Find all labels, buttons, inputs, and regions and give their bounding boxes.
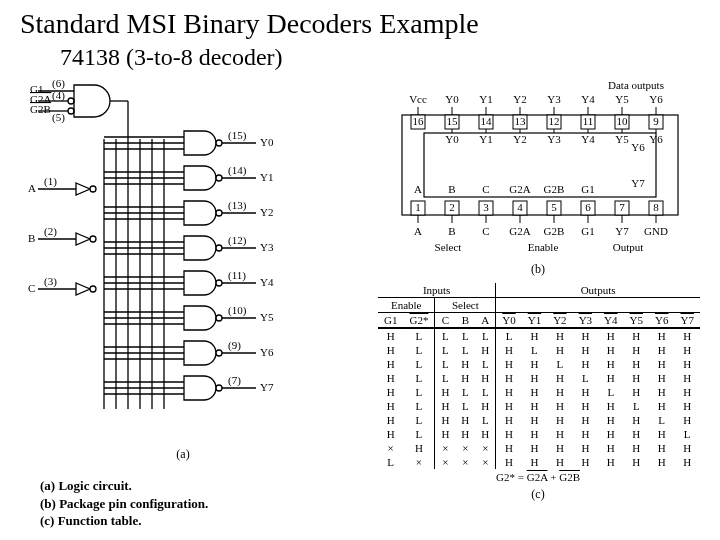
- page-title: Standard MSI Binary Decoders Example: [0, 0, 720, 42]
- svg-text:(9): (9): [228, 339, 241, 352]
- svg-text:A: A: [414, 225, 422, 237]
- panel-function-table: Inputs Outputs Enable Select G1G2*CBAY0Y…: [378, 279, 698, 489]
- caption-c: (c) Function table.: [40, 512, 208, 530]
- svg-text:11: 11: [583, 115, 594, 127]
- figure-stage: G1 G2A G2B (6) (4) (5) A: [0, 79, 720, 499]
- svg-text:Y1: Y1: [260, 171, 273, 183]
- svg-point-8: [90, 186, 96, 192]
- svg-point-32: [216, 210, 222, 216]
- svg-text:Y5: Y5: [260, 311, 274, 323]
- svg-text:Y2: Y2: [513, 133, 526, 145]
- svg-text:Y4: Y4: [581, 93, 595, 105]
- svg-text:Y7: Y7: [615, 225, 629, 237]
- svg-point-37: [216, 245, 222, 251]
- svg-text:2: 2: [449, 201, 455, 213]
- svg-text:G2A: G2A: [509, 183, 530, 195]
- pin-2: (2): [44, 225, 57, 238]
- svg-point-12: [90, 286, 96, 292]
- svg-text:7: 7: [619, 201, 625, 213]
- svg-text:B: B: [448, 225, 455, 237]
- caption-a: (a) Logic circuit.: [40, 477, 208, 495]
- svg-text:Y1: Y1: [479, 133, 492, 145]
- pinout-svg: Data outputs Vcc16Y015Y0Y114Y1Y213Y2Y312…: [378, 79, 698, 254]
- svg-text:Y1: Y1: [479, 93, 492, 105]
- svg-text:(11): (11): [228, 269, 246, 282]
- svg-text:8: 8: [653, 201, 659, 213]
- pin-3: (3): [44, 275, 57, 288]
- svg-text:Y4: Y4: [581, 133, 595, 145]
- svg-text:Y2: Y2: [513, 93, 526, 105]
- pin-4: (4): [52, 89, 65, 102]
- svg-point-22: [216, 140, 222, 146]
- svg-text:G1: G1: [581, 225, 594, 237]
- svg-text:Y6: Y6: [649, 93, 663, 105]
- label-a: A: [28, 182, 36, 194]
- label-c: C: [28, 282, 35, 294]
- group-output: Output: [613, 241, 644, 253]
- svg-point-27: [216, 175, 222, 181]
- pin-1: (1): [44, 175, 57, 188]
- svg-text:C: C: [482, 183, 489, 195]
- svg-text:Y5: Y5: [615, 93, 629, 105]
- svg-point-2: [68, 98, 74, 104]
- svg-text:3: 3: [483, 201, 489, 213]
- panel-pin-config: Data outputs Vcc16Y015Y0Y114Y1Y213Y2Y312…: [378, 79, 698, 269]
- svg-text:15: 15: [447, 115, 459, 127]
- svg-text:Y3: Y3: [260, 241, 274, 253]
- svg-text:Y6: Y6: [631, 141, 645, 153]
- svg-text:Y6: Y6: [260, 346, 274, 358]
- svg-point-47: [216, 315, 222, 321]
- svg-text:(12): (12): [228, 234, 247, 247]
- panel-logic-circuit: G1 G2A G2B (6) (4) (5) A: [28, 79, 338, 459]
- pin-5: (5): [52, 111, 65, 124]
- svg-point-42: [216, 280, 222, 286]
- svg-text:A: A: [414, 183, 422, 195]
- svg-text:Y7: Y7: [260, 381, 274, 393]
- panel-a-label: (a): [28, 447, 338, 462]
- svg-text:G2B: G2B: [544, 225, 565, 237]
- svg-text:G2B: G2B: [544, 183, 565, 195]
- panel-c-label: (c): [378, 487, 698, 502]
- svg-text:G1: G1: [581, 183, 594, 195]
- svg-text:(7): (7): [228, 374, 241, 387]
- svg-text:B: B: [448, 183, 455, 195]
- svg-point-10: [90, 236, 96, 242]
- label-b: B: [28, 232, 35, 244]
- svg-text:9: 9: [653, 115, 659, 127]
- svg-text:(13): (13): [228, 199, 247, 212]
- svg-text:5: 5: [551, 201, 557, 213]
- data-outputs-header: Data outputs: [608, 79, 664, 91]
- svg-text:(10): (10): [228, 304, 247, 317]
- hdr-inputs: Inputs: [378, 283, 496, 298]
- svg-text:(14): (14): [228, 164, 247, 177]
- svg-text:Y5: Y5: [615, 133, 629, 145]
- svg-text:Y0: Y0: [445, 93, 459, 105]
- svg-text:Y4: Y4: [260, 276, 274, 288]
- svg-text:Y0: Y0: [445, 133, 459, 145]
- logic-circuit-svg: G1 G2A G2B (6) (4) (5) A: [28, 79, 338, 439]
- svg-text:12: 12: [549, 115, 560, 127]
- page-subtitle: 74138 (3-to-8 decoder): [0, 42, 720, 79]
- svg-text:Y2: Y2: [260, 206, 273, 218]
- function-table: Inputs Outputs Enable Select G1G2*CBAY0Y…: [378, 283, 700, 469]
- svg-point-57: [216, 385, 222, 391]
- svg-text:GND: GND: [644, 225, 668, 237]
- svg-text:Y3: Y3: [547, 133, 561, 145]
- hdr-select: Select: [435, 298, 496, 313]
- svg-text:6: 6: [585, 201, 591, 213]
- svg-point-4: [68, 108, 74, 114]
- group-select: Select: [435, 241, 462, 253]
- svg-text:G2A: G2A: [509, 225, 530, 237]
- svg-text:Y3: Y3: [547, 93, 561, 105]
- svg-text:4: 4: [517, 201, 523, 213]
- svg-text:Vcc: Vcc: [409, 93, 427, 105]
- svg-text:16: 16: [413, 115, 425, 127]
- svg-text:13: 13: [515, 115, 527, 127]
- svg-text:Y6: Y6: [649, 133, 663, 145]
- panel-b-label: (b): [378, 262, 698, 277]
- svg-point-52: [216, 350, 222, 356]
- svg-rect-75: [402, 115, 678, 215]
- label-g2b: G2B: [30, 103, 51, 115]
- svg-text:Y7: Y7: [631, 177, 645, 189]
- svg-text:Y0: Y0: [260, 136, 274, 148]
